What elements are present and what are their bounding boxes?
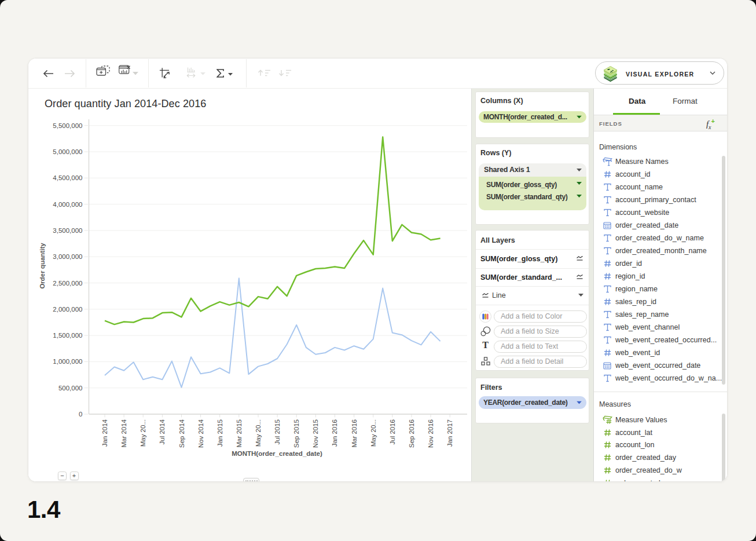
svg-text:Nov 2014: Nov 2014 [197, 419, 204, 448]
svg-text:Sep 2014: Sep 2014 [178, 419, 185, 448]
svg-text:Nov 2016: Nov 2016 [427, 419, 434, 448]
svg-text:MONTH(order_created_date): MONTH(order_created_date) [232, 450, 322, 457]
svg-text:Mar 2016: Mar 2016 [351, 419, 358, 448]
svg-text:Mar 2015: Mar 2015 [236, 419, 243, 448]
svg-text:4,500,000: 4,500,000 [53, 174, 82, 181]
svg-text:3,500,000: 3,500,000 [53, 227, 82, 234]
svg-text:Nov 2015: Nov 2015 [312, 419, 319, 448]
svg-text:3,000,000: 3,000,000 [53, 253, 82, 260]
svg-text:Jul 2015: Jul 2015 [274, 419, 281, 444]
svg-text:5,500,000: 5,500,000 [53, 122, 82, 129]
svg-text:1,500,000: 1,500,000 [53, 332, 82, 339]
svg-text:5,000,000: 5,000,000 [53, 148, 82, 155]
svg-text:Sep 2016: Sep 2016 [408, 419, 415, 448]
svg-text:2,000,000: 2,000,000 [53, 306, 82, 313]
svg-text:2,500,000: 2,500,000 [53, 280, 82, 287]
svg-text:4,000,000: 4,000,000 [53, 201, 82, 208]
svg-text:Jan 2017: Jan 2017 [446, 419, 453, 447]
svg-text:Jan 2015: Jan 2015 [216, 419, 223, 447]
svg-text:May 20...: May 20... [255, 419, 262, 447]
svg-text:0: 0 [79, 411, 82, 418]
svg-text:Jul 2014: Jul 2014 [159, 419, 166, 444]
svg-text:Jul 2016: Jul 2016 [389, 419, 396, 444]
svg-text:May 20...: May 20... [140, 419, 146, 447]
svg-text:Order quantity: Order quantity [39, 243, 46, 289]
svg-text:1,000,000: 1,000,000 [53, 358, 82, 365]
svg-text:Mar 2014: Mar 2014 [120, 419, 127, 447]
svg-text:Sep 2015: Sep 2015 [293, 419, 300, 448]
svg-text:Jan 2016: Jan 2016 [331, 419, 338, 447]
svg-text:Jan 2014: Jan 2014 [101, 419, 108, 447]
svg-text:May 20...: May 20... [370, 419, 377, 447]
svg-text:500,000: 500,000 [58, 385, 83, 392]
